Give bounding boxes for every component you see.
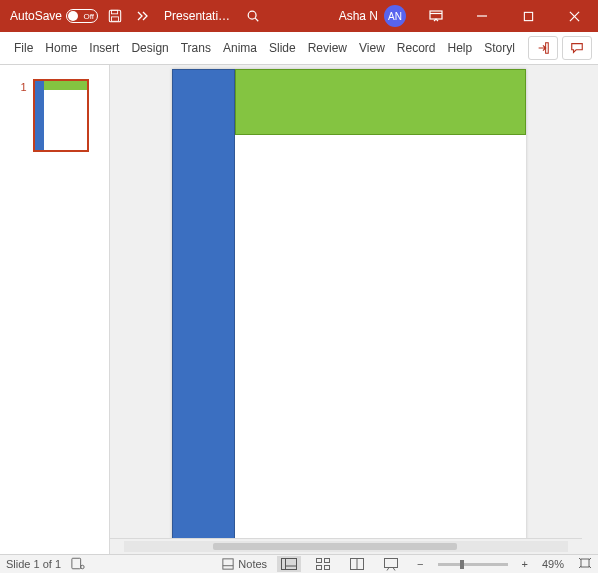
blue-rectangle-shape[interactable]	[172, 69, 235, 542]
tab-storyline[interactable]: Storyl	[478, 32, 521, 65]
search-button[interactable]	[242, 5, 264, 27]
autosave-label: AutoSave	[10, 9, 62, 23]
tab-view[interactable]: View	[353, 32, 391, 65]
normal-view-button[interactable]	[277, 556, 301, 572]
slide-thumbnail-1[interactable]	[33, 79, 89, 152]
notes-button[interactable]: Notes	[222, 558, 267, 570]
comment-icon	[570, 41, 584, 55]
close-button[interactable]	[554, 0, 594, 32]
workspace: 1	[0, 65, 598, 554]
tab-help[interactable]: Help	[442, 32, 479, 65]
svg-rect-5	[430, 11, 442, 19]
toggle-state: Off	[84, 12, 95, 21]
share-button[interactable]	[528, 36, 558, 60]
document-title: Presentati…	[164, 9, 230, 23]
zoom-out-button[interactable]: −	[413, 558, 427, 570]
account-button[interactable]: Asha N AN	[339, 5, 406, 27]
tab-design[interactable]: Design	[125, 32, 174, 65]
tab-transitions[interactable]: Trans	[175, 32, 217, 65]
autosave-toggle[interactable]: AutoSave Off	[10, 9, 98, 23]
svg-line-4	[255, 18, 258, 21]
tab-file[interactable]: File	[8, 32, 39, 65]
maximize-button[interactable]	[508, 0, 548, 32]
ribbon-display-options-button[interactable]	[416, 0, 456, 32]
tab-recording[interactable]: Record	[391, 32, 442, 65]
search-icon	[246, 9, 260, 23]
notes-label: Notes	[238, 558, 267, 570]
svg-rect-21	[317, 566, 322, 570]
qat-overflow-button[interactable]	[132, 5, 154, 27]
minimize-button[interactable]	[462, 0, 502, 32]
ribbon-tabs: File Home Insert Design Trans Anima Slid…	[0, 32, 598, 65]
toggle-knob	[68, 11, 78, 21]
svg-rect-19	[317, 559, 322, 563]
svg-rect-28	[581, 559, 589, 567]
tab-animations[interactable]: Anima	[217, 32, 263, 65]
minimize-icon	[476, 10, 488, 22]
horizontal-scrollbar[interactable]	[110, 538, 582, 554]
maximize-icon	[523, 11, 534, 22]
save-button[interactable]	[104, 5, 126, 27]
accessibility-icon	[71, 557, 85, 570]
zoom-slider-knob[interactable]	[460, 560, 464, 569]
close-icon	[569, 11, 580, 22]
thumbnail-number: 1	[20, 81, 26, 93]
svg-point-13	[81, 565, 85, 569]
accessibility-button[interactable]	[71, 557, 85, 572]
scrollbar-track	[124, 541, 568, 552]
svg-rect-22	[325, 566, 330, 570]
zoom-value[interactable]: 49%	[542, 558, 564, 570]
ribbon-display-icon	[429, 10, 443, 22]
statusbar: Slide 1 of 1 Notes − + 49%	[0, 554, 598, 573]
svg-rect-0	[109, 10, 120, 21]
scrollbar-thumb[interactable]	[213, 543, 457, 550]
slide-indicator[interactable]: Slide 1 of 1	[6, 558, 61, 570]
thumbnail-panel[interactable]: 1	[0, 65, 110, 554]
share-icon	[536, 41, 550, 55]
svg-rect-2	[112, 17, 119, 21]
save-icon	[108, 9, 122, 23]
notes-icon	[222, 558, 234, 570]
slide-sorter-icon	[316, 558, 330, 570]
thumb-shape-blue	[35, 81, 44, 150]
slide-sorter-button[interactable]	[311, 556, 335, 572]
svg-point-3	[248, 11, 256, 19]
svg-rect-8	[524, 12, 532, 20]
svg-rect-12	[72, 558, 81, 569]
thumb-shape-green	[44, 81, 87, 90]
green-rectangle-shape[interactable]	[235, 69, 526, 135]
titlebar: AutoSave Off Presentati… Asha N AN	[0, 0, 598, 32]
fit-to-window-button[interactable]	[578, 557, 592, 571]
tab-home[interactable]: Home	[39, 32, 83, 65]
user-name: Asha N	[339, 9, 378, 23]
tab-slideshow[interactable]: Slide	[263, 32, 302, 65]
svg-rect-11	[546, 43, 549, 54]
reading-view-button[interactable]	[345, 556, 369, 572]
tab-insert[interactable]: Insert	[83, 32, 125, 65]
slideshow-icon	[384, 558, 398, 571]
svg-rect-20	[325, 559, 330, 563]
slide[interactable]	[172, 69, 526, 542]
comments-button[interactable]	[562, 36, 592, 60]
svg-rect-16	[282, 559, 297, 570]
svg-rect-14	[223, 559, 233, 569]
normal-view-icon	[281, 558, 297, 570]
zoom-in-button[interactable]: +	[518, 558, 532, 570]
toggle-track: Off	[66, 9, 98, 23]
tab-review[interactable]: Review	[302, 32, 353, 65]
fit-window-icon	[578, 557, 592, 569]
slideshow-button[interactable]	[379, 556, 403, 572]
reading-view-icon	[350, 558, 364, 570]
chevron-right-double-icon	[137, 11, 149, 21]
svg-rect-25	[385, 558, 398, 567]
avatar: AN	[384, 5, 406, 27]
slide-canvas-area[interactable]	[110, 65, 598, 554]
zoom-slider[interactable]	[438, 563, 508, 566]
